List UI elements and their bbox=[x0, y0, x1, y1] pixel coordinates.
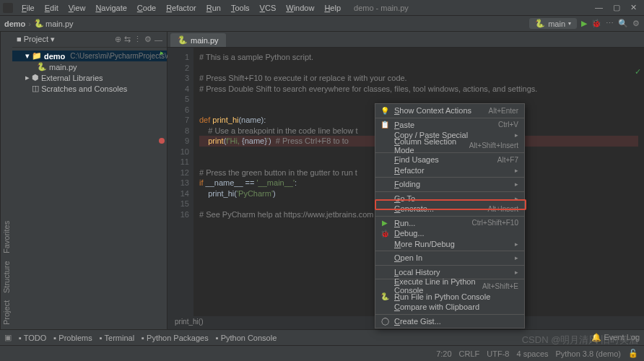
project-tool-window: ■ Project ▾ ⊕ ⇆ ⋮ ⚙ — ▾ 📁 demoC:\Users\m… bbox=[12, 32, 167, 329]
ctx-run-file-in-python-console[interactable]: 🐍Run File in Python Console bbox=[375, 292, 524, 303]
menu-code[interactable]: Code bbox=[133, 2, 160, 14]
run-button[interactable]: ▶ bbox=[581, 19, 587, 28]
more-run-icon[interactable]: ⋯ bbox=[606, 19, 614, 28]
menu-refactor[interactable]: Refactor bbox=[162, 2, 201, 14]
ctx-execute-line-in-python-console[interactable]: Execute Line in Python ConsoleAlt+Shift+… bbox=[375, 281, 524, 292]
ctx-compare-with-clipboard[interactable]: Compare with Clipboard bbox=[375, 302, 524, 313]
ctx-open-in[interactable]: Open In▸ bbox=[375, 253, 524, 264]
menu-view[interactable]: View bbox=[64, 2, 90, 14]
hide-icon[interactable]: — bbox=[155, 35, 162, 44]
titlebar: FileEditViewNavigateCodeRefactorRunTools… bbox=[0, 0, 644, 16]
gear-icon[interactable]: ⚙ bbox=[144, 35, 152, 44]
ctx-paste[interactable]: 📋PasteCtrl+V bbox=[375, 120, 524, 131]
left-tool-stripe: ProjectStructureFavorites bbox=[0, 32, 12, 329]
editor-gutter[interactable]: 12345678910111213141516 bbox=[167, 48, 193, 316]
bottom-tab-python-console[interactable]: ▪ Python Console bbox=[216, 334, 277, 342]
ctx-run-[interactable]: ▶Run...Ctrl+Shift+F10 bbox=[375, 218, 524, 229]
tree-file-main[interactable]: 🐍 main.py bbox=[12, 61, 167, 72]
settings-icon[interactable]: ⚙ bbox=[632, 19, 640, 28]
tool-window-icon[interactable]: ▣ bbox=[4, 333, 12, 342]
menu-file[interactable]: File bbox=[17, 2, 39, 14]
run-config-selector[interactable]: 🐍main▾ bbox=[529, 18, 577, 29]
tree-ext-libs[interactable]: ▸ ⬢ External Libraries bbox=[12, 72, 167, 83]
bottom-tab-todo[interactable]: ▪ TODO bbox=[19, 334, 46, 342]
breadcrumb-file[interactable]: main.py bbox=[45, 19, 74, 28]
main-menu: FileEditViewNavigateCodeRefactorRunTools… bbox=[17, 2, 345, 14]
menu-tools[interactable]: Tools bbox=[227, 2, 254, 14]
side-tab-favorites[interactable]: Favorites bbox=[2, 221, 11, 253]
ctx-more-run-debug[interactable]: More Run/Debug▸ bbox=[375, 239, 524, 250]
app-logo bbox=[3, 3, 13, 13]
ctx-local-history[interactable]: Local History▸ bbox=[375, 267, 524, 278]
side-tab-project[interactable]: Project bbox=[2, 300, 11, 325]
debug-button[interactable]: 🐞 bbox=[591, 19, 601, 28]
bottom-tool-stripe: ▣▪ TODO▪ Problems▪ Terminal▪ Python Pack… bbox=[0, 329, 644, 345]
bottom-tab-python-packages[interactable]: ▪ Python Packages bbox=[142, 334, 209, 342]
bottom-tab-terminal[interactable]: ▪ Terminal bbox=[100, 334, 134, 342]
expand-icon[interactable]: ⇆ bbox=[124, 35, 131, 44]
menu-edit[interactable]: Edit bbox=[40, 2, 63, 14]
context-menu: 💡Show Context ActionsAlt+Enter📋PasteCtrl… bbox=[375, 103, 525, 329]
locate-icon[interactable]: ⊕ bbox=[115, 35, 121, 44]
status-caret-pos[interactable]: 7:20 bbox=[436, 349, 451, 358]
menu-help[interactable]: Help bbox=[320, 2, 345, 14]
ctx-go-to[interactable]: Go To▸ bbox=[375, 193, 524, 204]
menu-window[interactable]: Window bbox=[282, 2, 318, 14]
menu-navigate[interactable]: Navigate bbox=[91, 2, 131, 14]
nav-bar: demo › 🐍 main.py 🐍main▾ ▶ 🐞 ⋯ 🔍 ⚙ bbox=[0, 16, 644, 32]
event-log-icon[interactable]: 🔔 Event Log bbox=[591, 333, 640, 342]
editor-tabs: 🐍main.py bbox=[167, 32, 644, 48]
tree-scratches[interactable]: ◫ Scratches and Consoles bbox=[12, 83, 167, 94]
status-lock-icon[interactable]: 🔓 bbox=[628, 349, 638, 358]
status-encoding[interactable]: UTF-8 bbox=[487, 349, 509, 358]
minimize-icon[interactable]: — bbox=[595, 3, 603, 12]
ctx-debug-[interactable]: 🐞Debug... bbox=[375, 228, 524, 239]
bottom-tab-problems[interactable]: ▪ Problems bbox=[53, 334, 92, 342]
tree-root[interactable]: ▾ 📁 demoC:\Users\mi\PycharmProjects\demo bbox=[12, 51, 167, 61]
ctx-generate-[interactable]: Generate...Alt+Insert bbox=[375, 204, 524, 214]
search-icon[interactable]: 🔍 bbox=[618, 19, 628, 28]
ctx-column-selection-mode[interactable]: Column Selection ModeAlt+Shift+Insert bbox=[375, 141, 524, 152]
collapse-icon[interactable]: ⋮ bbox=[134, 35, 142, 44]
ctx-refactor[interactable]: Refactor▸ bbox=[375, 165, 524, 176]
status-bar: 7:20 CRLF UTF-8 4 spaces Python 3.8 (dem… bbox=[0, 345, 644, 361]
menu-run[interactable]: Run bbox=[202, 2, 225, 14]
ctx-show-context-actions[interactable]: 💡Show Context ActionsAlt+Enter bbox=[375, 105, 524, 116]
python-file-icon: 🐍 bbox=[34, 19, 44, 28]
window-title: demo - main.py bbox=[354, 4, 409, 12]
close-icon[interactable]: ✕ bbox=[630, 3, 637, 12]
ctx-create-gist-[interactable]: ◯Create Gist... bbox=[375, 316, 524, 327]
maximize-icon[interactable]: ▢ bbox=[613, 3, 620, 12]
side-tab-structure[interactable]: Structure bbox=[2, 261, 11, 293]
status-indent[interactable]: 4 spaces bbox=[516, 349, 548, 358]
tab-main-py[interactable]: 🐍main.py bbox=[170, 33, 226, 47]
ctx-folding[interactable]: Folding▸ bbox=[375, 179, 524, 190]
ctx-find-usages[interactable]: Find UsagesAlt+F7 bbox=[375, 155, 524, 165]
menu-vcs[interactable]: VCS bbox=[256, 2, 281, 14]
breadcrumb-project[interactable]: demo bbox=[4, 19, 25, 28]
status-interpreter[interactable]: Python 3.8 (demo) bbox=[556, 349, 622, 358]
project-panel-title[interactable]: ■ Project ▾ bbox=[17, 35, 55, 44]
status-eol[interactable]: CRLF bbox=[459, 349, 480, 358]
